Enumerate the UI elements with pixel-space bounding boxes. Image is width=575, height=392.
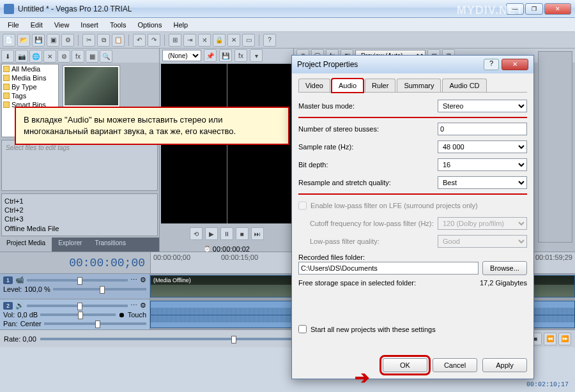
- save-icon[interactable]: 💾: [32, 34, 45, 47]
- tags-panel: Select files to edit tags: [1, 140, 158, 191]
- annotation-tip: В вкладке "Audio" вы можете выставить ст…: [15, 107, 289, 145]
- menu-view[interactable]: View: [49, 20, 75, 30]
- tab-audiocd[interactable]: Audio CD: [442, 79, 486, 92]
- track2-slider[interactable]: [27, 305, 128, 307]
- tree-tags[interactable]: Tags: [12, 92, 26, 100]
- trimmer-save-icon[interactable]: 💾: [219, 49, 232, 62]
- tab-summary[interactable]: Summary: [397, 79, 441, 92]
- menu-tools[interactable]: Tools: [105, 20, 132, 30]
- pm-views-icon[interactable]: ▦: [86, 50, 98, 63]
- free-space-value: 17,2 Gigabytes: [480, 279, 527, 287]
- rec-folder-input[interactable]: [298, 262, 479, 275]
- tab-audio[interactable]: Audio: [332, 79, 364, 93]
- window-title: Untitled * - Vegas Pro 12.0 TRIAL: [18, 4, 506, 13]
- open-icon[interactable]: 📂: [17, 34, 30, 47]
- goto-end-icon[interactable]: ⏩: [558, 333, 571, 345]
- tree-media-bins[interactable]: Media Bins: [12, 74, 46, 82]
- minimize-button[interactable]: —: [506, 3, 524, 15]
- new-icon[interactable]: 📄: [3, 34, 15, 47]
- ok-button[interactable]: OK: [383, 358, 427, 372]
- help-icon[interactable]: ?: [263, 34, 276, 47]
- snap-icon[interactable]: ⊞: [169, 34, 181, 47]
- close-button[interactable]: ✕: [544, 3, 571, 15]
- selection-time: 00:02:10;17: [526, 381, 569, 388]
- properties-icon[interactable]: ⚙: [61, 34, 74, 47]
- resample-select[interactable]: Best: [438, 176, 527, 189]
- ignore-icon[interactable]: ✕: [227, 34, 240, 47]
- cursor-time: 00:00:00;00: [0, 252, 150, 273]
- goto-start-icon[interactable]: ⏪: [544, 333, 556, 345]
- master-panel: [538, 51, 572, 243]
- trim-stop-icon[interactable]: ■: [236, 227, 249, 240]
- lfe-cutoff-select: 120 (Dolby pro/film): [438, 217, 527, 230]
- trimmer-panel: (None) 📌 💾 fx ▾ ⟲ ▶ ⏸ ■ ⏭ ⌚ 00:00:00;02: [160, 49, 294, 252]
- lock-icon[interactable]: 🔒: [213, 34, 226, 47]
- video-track-head[interactable]: 1 📹 ⋯⚙ Level: 100,0 %: [0, 274, 150, 299]
- pm-remove-icon[interactable]: ✕: [43, 50, 56, 63]
- cut-icon[interactable]: ✂: [82, 34, 95, 47]
- start-all-label: Start all new projects with these settin…: [310, 326, 436, 333]
- copy-icon[interactable]: ⧉: [97, 34, 110, 47]
- tab-transitions[interactable]: Transitions: [88, 237, 132, 252]
- trimmer-more-icon[interactable]: ▾: [250, 49, 263, 62]
- pm-props-icon[interactable]: ⚙: [57, 50, 70, 63]
- tab-ruler[interactable]: Ruler: [365, 79, 395, 92]
- rate-label: Rate: 0,00: [4, 335, 36, 343]
- audio-track-head[interactable]: 2 🔊 ⋯⚙ Vol: 0,0 dB ⏺Touch Pan: Center: [0, 299, 150, 329]
- tab-project-media[interactable]: Project Media: [0, 237, 52, 252]
- start-all-checkbox[interactable]: [298, 325, 307, 333]
- paste-icon[interactable]: 📋: [112, 34, 125, 47]
- menu-insert[interactable]: Insert: [75, 20, 103, 30]
- lfe-quality-select: Good: [438, 235, 527, 248]
- app-icon: [4, 4, 14, 14]
- trimmer-select[interactable]: (None): [162, 50, 201, 61]
- thumbnail-image: [65, 67, 118, 105]
- trimmer-pin-icon[interactable]: 📌: [204, 49, 217, 62]
- master-bus-select[interactable]: Stereo: [438, 100, 527, 112]
- trim-play-icon[interactable]: ▶: [205, 227, 218, 240]
- annotation-arrow-icon: ➔: [355, 367, 369, 388]
- pm-getmedia-icon[interactable]: 🌐: [29, 50, 42, 63]
- trim-end-icon[interactable]: ⏭: [251, 227, 264, 240]
- sample-rate-select[interactable]: 48 000: [438, 140, 527, 153]
- project-properties-dialog: Project Properties ? ✕ Video Audio Ruler…: [291, 55, 534, 379]
- ripple-icon[interactable]: ⇥: [183, 34, 196, 47]
- pm-capture-icon[interactable]: 📷: [15, 50, 28, 63]
- dialog-title: Project Properties: [297, 60, 484, 69]
- menu-options[interactable]: Options: [133, 20, 167, 30]
- maximize-button[interactable]: ❐: [525, 3, 543, 15]
- num-busses-input[interactable]: [438, 123, 527, 135]
- menu-file[interactable]: File: [3, 20, 24, 30]
- bit-depth-select[interactable]: 16: [438, 158, 527, 171]
- render-icon[interactable]: ▣: [47, 34, 59, 47]
- track1-slider[interactable]: [27, 279, 128, 282]
- free-space-label: Free storage space in selected folder:: [298, 279, 480, 287]
- trim-pause-icon[interactable]: ⏸: [220, 227, 233, 240]
- lfe-checkbox: [298, 199, 307, 212]
- tree-by-type[interactable]: By Type: [12, 83, 37, 91]
- track1-level-slider[interactable]: [53, 288, 146, 290]
- vol-slider[interactable]: [40, 313, 115, 316]
- undo-icon[interactable]: ↶: [133, 34, 146, 47]
- tab-explorer[interactable]: Explorer: [52, 237, 88, 252]
- tool-icon[interactable]: ▭: [242, 34, 255, 47]
- menu-help[interactable]: Help: [168, 20, 193, 30]
- pm-search-icon[interactable]: 🔍: [100, 50, 112, 63]
- main-toolbar: 📄 📂 💾 ▣ ⚙ ✂ ⧉ 📋 ↶ ↷ ⊞ ⇥ ⤨ 🔒 ✕ ▭ ?: [0, 32, 575, 49]
- project-media-panel: ⬇ 📷 🌐 ✕ ⚙ fx ▦ 🔍 All Media Media Bins By…: [0, 49, 160, 252]
- pm-import-icon[interactable]: ⬇: [1, 50, 14, 63]
- trim-loop-icon[interactable]: ⟲: [190, 227, 203, 240]
- browse-button[interactable]: Browse...: [482, 261, 527, 275]
- autocross-icon[interactable]: ⤨: [198, 34, 211, 47]
- menu-edit[interactable]: Edit: [26, 20, 48, 30]
- redo-icon[interactable]: ↷: [148, 34, 160, 47]
- cancel-button[interactable]: Cancel: [433, 358, 477, 372]
- pan-slider[interactable]: [44, 322, 146, 325]
- pm-fx-icon[interactable]: fx: [72, 50, 84, 63]
- dialog-help-button[interactable]: ?: [484, 59, 499, 70]
- apply-button[interactable]: Apply: [482, 358, 527, 372]
- dialog-close-button[interactable]: ✕: [502, 59, 528, 70]
- tree-all-media[interactable]: All Media: [12, 65, 40, 73]
- trimmer-fx-icon[interactable]: fx: [234, 49, 247, 62]
- tab-video[interactable]: Video: [298, 79, 330, 92]
